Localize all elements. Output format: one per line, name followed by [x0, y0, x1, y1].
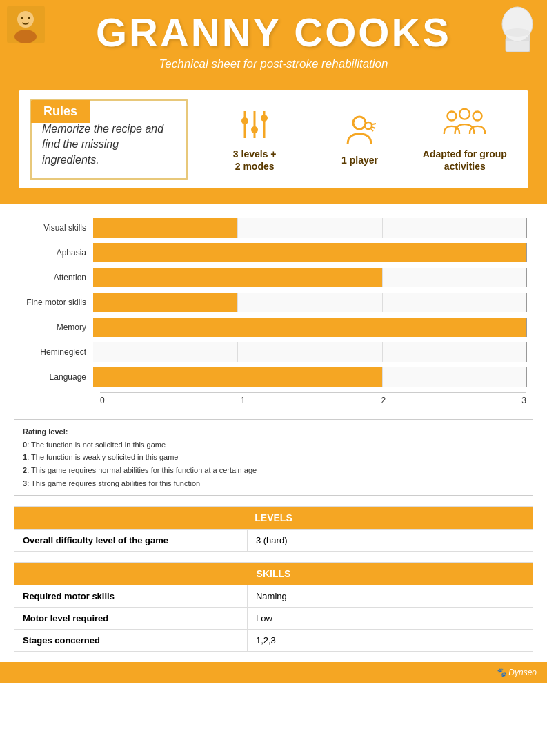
- chart-bar-label: Attention: [14, 273, 93, 282]
- chart-bar-wrapper: [93, 243, 526, 262]
- svg-line-19: [371, 129, 373, 131]
- rating-level: 0: The function is not solicited in this…: [23, 440, 166, 449]
- rules-description-card: Rules Memorize the recipe and find the m…: [30, 99, 188, 180]
- rules-section: Rules Memorize the recipe and find the m…: [0, 81, 547, 204]
- levels-block: 3 levels +2 modes: [202, 106, 307, 173]
- table-cell-value: Low: [248, 608, 533, 629]
- rating-level: 2: This game requires normal abilities f…: [23, 466, 257, 474]
- chart-bar-wrapper: [93, 218, 526, 238]
- svg-point-2: [14, 30, 37, 43]
- chart-row: Fine motor skills: [14, 293, 526, 312]
- svg-line-17: [372, 127, 375, 128]
- table-cell-value: Naming: [248, 585, 533, 607]
- chart-bar-wrapper: [93, 293, 526, 312]
- group-block: Adapted for groupactivities: [412, 106, 517, 173]
- svg-point-13: [251, 126, 258, 133]
- svg-point-14: [261, 115, 268, 122]
- logo-left: [7, 6, 45, 43]
- table-row: Required motor skills Naming: [14, 585, 533, 607]
- chart-row: Visual skills: [14, 218, 526, 238]
- svg-point-22: [473, 112, 482, 121]
- levels-label: 3 levels +2 modes: [202, 148, 307, 173]
- chart-bar: [93, 268, 382, 287]
- rating-level: 3: This game requires strong abilities f…: [23, 479, 200, 487]
- chart-axis: 0 1 2 3: [100, 392, 526, 405]
- chart-bar-wrapper: [93, 367, 526, 387]
- player-icon: [341, 112, 379, 150]
- chart-bar: [93, 367, 382, 387]
- svg-line-18: [372, 124, 376, 124]
- chart-bar: [93, 293, 237, 312]
- chart-axis-labels: 0 1 2 3: [100, 396, 526, 405]
- chart-bar-wrapper: [93, 342, 526, 362]
- table-cell-label: Overall difficulty level of the game: [14, 530, 248, 551]
- dynseo-icon: 🐾: [496, 668, 506, 677]
- axis-1: 1: [241, 396, 246, 405]
- table-row: Overall difficulty level of the game 3 (…: [14, 529, 533, 551]
- chart-row: Attention: [14, 268, 526, 287]
- table-cell-label: Stages concerned: [14, 630, 248, 651]
- chart-row: Aphasia: [14, 243, 526, 262]
- rules-text: Memorize the recipe and find the missing…: [42, 122, 176, 168]
- player-label: 1 player: [307, 154, 412, 166]
- chart-bar-wrapper: [93, 318, 526, 337]
- chart-bar: [93, 243, 526, 262]
- svg-point-12: [241, 117, 248, 124]
- table-cell-value: 1,2,3: [248, 630, 533, 651]
- footer-logo-text: Dynseo: [508, 668, 537, 677]
- chart-bar-label: Memory: [14, 322, 93, 332]
- group-icon: [442, 106, 487, 144]
- chef-hat-icon: [495, 3, 540, 55]
- chart-bar-wrapper: [93, 268, 526, 287]
- chart-bar-label: Visual skills: [14, 223, 93, 233]
- chart-bar-label: Fine motor skills: [14, 298, 93, 307]
- rules-card: Rules Memorize the recipe and find the m…: [17, 88, 530, 191]
- page-title: GRANNY COOKS: [14, 7, 533, 55]
- table-row: Stages concerned 1,2,3: [14, 629, 533, 651]
- chart-bar: [93, 318, 526, 337]
- footer: 🐾 Dynseo: [0, 662, 547, 683]
- svg-point-15: [353, 117, 366, 129]
- chart-row: Hemineglect: [14, 342, 526, 362]
- chart-bar-label: Hemineglect: [14, 347, 93, 357]
- rating-level: 1: The function is weakly solicited in t…: [23, 453, 178, 461]
- player-block: 1 player: [307, 112, 412, 166]
- axis-3: 3: [521, 396, 526, 405]
- svg-point-8: [505, 28, 530, 37]
- table-cell-label: Motor level required: [14, 608, 248, 629]
- svg-point-3: [21, 17, 23, 19]
- table-cell-value: 3 (hard): [248, 530, 533, 551]
- levels-icon: [236, 106, 274, 144]
- levels-table: LEVELS Overall difficulty level of the g…: [14, 506, 533, 552]
- header: GRANNY COOKS Technical sheet for post-st…: [0, 0, 547, 81]
- rating-title: Rating level:: [23, 427, 68, 436]
- page-subtitle: Technical sheet for post-stroke rehabili…: [14, 57, 533, 71]
- chart-bar: [93, 218, 237, 238]
- table-cell-label: Required motor skills: [14, 585, 248, 607]
- svg-point-21: [459, 109, 470, 119]
- skills-table: SKILLS Required motor skills Naming Moto…: [14, 562, 533, 652]
- chart-bar-label: Language: [14, 372, 93, 382]
- footer-logo: 🐾 Dynseo: [496, 668, 537, 677]
- levels-header: LEVELS: [14, 507, 533, 529]
- group-label: Adapted for groupactivities: [412, 148, 517, 173]
- svg-point-1: [17, 11, 34, 28]
- table-row: Motor level required Low: [14, 607, 533, 629]
- svg-point-20: [448, 112, 457, 121]
- chart-bar-label: Aphasia: [14, 248, 93, 258]
- chart-container: Visual skillsAphasiaAttentionFine motor …: [14, 218, 526, 387]
- rating-box: Rating level:0: The function is not soli…: [14, 419, 533, 496]
- chart-row: Language: [14, 367, 526, 387]
- rules-label: Rules: [31, 100, 90, 123]
- rules-icons: 3 levels +2 modes 1 player: [202, 106, 517, 173]
- chart-section: Visual skillsAphasiaAttentionFine motor …: [0, 204, 547, 412]
- axis-2: 2: [381, 396, 386, 405]
- axis-0: 0: [100, 396, 105, 405]
- skills-header: SKILLS: [14, 563, 533, 585]
- svg-point-4: [28, 17, 30, 19]
- chart-row: Memory: [14, 318, 526, 337]
